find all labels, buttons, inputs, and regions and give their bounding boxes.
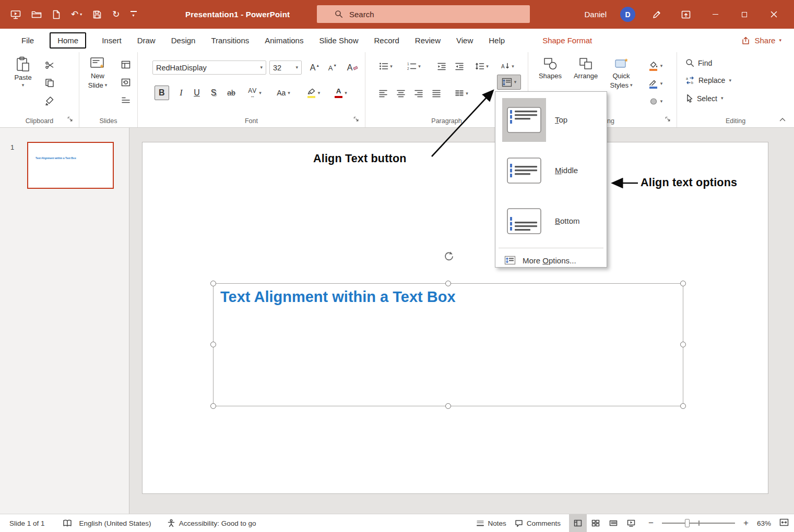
new-file-button[interactable]: [52, 10, 61, 19]
slide-sorter-view-button[interactable]: [587, 514, 605, 532]
spellcheck-status[interactable]: [63, 519, 72, 527]
shape-effects-button[interactable]: ▾: [644, 94, 667, 108]
start-slideshow-button[interactable]: [10, 10, 21, 19]
tab-shape-format[interactable]: Shape Format: [535, 33, 600, 48]
decrease-font-size-button[interactable]: A▼: [325, 61, 340, 75]
font-color-button[interactable]: A ▾: [330, 84, 352, 101]
language-status[interactable]: English (United States): [79, 519, 151, 527]
line-spacing-button[interactable]: ▾: [472, 59, 492, 73]
shape-fill-button[interactable]: ▾: [644, 58, 667, 73]
align-bottom-option[interactable]: Bottom: [495, 196, 607, 246]
customize-qat-button[interactable]: ▾: [131, 11, 137, 18]
save-button[interactable]: [92, 10, 102, 19]
format-painter-button[interactable]: [43, 94, 56, 107]
character-spacing-button[interactable]: AV ↔ ▾: [243, 86, 266, 100]
zoom-out-button[interactable]: −: [648, 518, 654, 528]
tab-view[interactable]: View: [448, 33, 481, 48]
inking-button[interactable]: [649, 7, 665, 22]
tab-design[interactable]: Design: [163, 33, 204, 48]
slideshow-view-button[interactable]: [622, 514, 640, 532]
tab-help[interactable]: Help: [481, 33, 513, 48]
resize-handle-e[interactable]: [680, 342, 686, 347]
align-middle-option[interactable]: Middle: [495, 145, 607, 196]
align-right-button[interactable]: [411, 87, 426, 100]
fit-slide-button[interactable]: [779, 518, 789, 528]
resize-handle-n[interactable]: [445, 281, 451, 286]
slide-indicator[interactable]: Slide 1 of 1: [9, 519, 45, 527]
tab-review[interactable]: Review: [407, 33, 448, 48]
rotate-handle[interactable]: [443, 251, 455, 264]
resize-handle-sw[interactable]: [210, 403, 216, 409]
align-center-button[interactable]: [394, 87, 408, 100]
arrange-button[interactable]: Arrange: [569, 57, 602, 80]
underline-button[interactable]: U: [190, 86, 204, 100]
decrease-indent-button[interactable]: [434, 59, 449, 73]
layout-button[interactable]: [119, 58, 133, 71]
more-options-item[interactable]: More Options...: [495, 250, 607, 271]
open-file-button[interactable]: [31, 10, 42, 19]
tab-home[interactable]: Home: [42, 33, 94, 48]
slide-title-text[interactable]: Text Alignment within a Text Box: [220, 288, 456, 306]
resize-handle-w[interactable]: [210, 342, 216, 347]
tab-animations[interactable]: Animations: [257, 33, 311, 48]
tab-file[interactable]: File: [14, 33, 42, 48]
font-dialog-launcher[interactable]: [353, 114, 359, 124]
quick-styles-button[interactable]: Quick Styles▾: [605, 57, 638, 89]
resize-handle-nw[interactable]: [210, 281, 216, 286]
redo-button[interactable]: ↻: [112, 10, 120, 19]
section-button[interactable]: [119, 94, 133, 106]
text-direction-button[interactable]: A ▾: [497, 59, 518, 73]
zoom-slider-thumb[interactable]: [685, 519, 690, 527]
collapse-ribbon-button[interactable]: [779, 114, 786, 124]
font-name-combo[interactable]: RedHatDisplay▾: [152, 61, 266, 75]
text-shadow-button[interactable]: S: [207, 86, 220, 100]
normal-view-button[interactable]: [569, 514, 587, 532]
zoom-slider[interactable]: [662, 518, 735, 528]
font-size-combo[interactable]: 32▾: [269, 61, 302, 75]
slide-thumbnail[interactable]: Text Alignment within a Text Box: [27, 142, 114, 189]
copy-button[interactable]: [43, 76, 56, 90]
undo-button[interactable]: ↶▾: [71, 10, 82, 19]
maximize-button[interactable]: [737, 7, 752, 22]
numbering-button[interactable]: 12 ▾: [404, 59, 424, 73]
search-box[interactable]: Search: [317, 5, 530, 23]
strikethrough-button[interactable]: ab: [223, 86, 239, 100]
comments-button[interactable]: Comments: [515, 519, 561, 527]
tab-draw[interactable]: Draw: [129, 33, 163, 48]
user-name[interactable]: Daniel: [584, 10, 607, 19]
resize-handle-se[interactable]: [680, 403, 686, 409]
tab-record[interactable]: Record: [366, 33, 407, 48]
close-button[interactable]: [766, 7, 781, 22]
justify-button[interactable]: [429, 87, 444, 100]
bullets-button[interactable]: ▾: [376, 59, 396, 73]
minimize-button[interactable]: [707, 7, 723, 22]
text-highlight-button[interactable]: ▾: [303, 84, 325, 101]
accessibility-status[interactable]: Accessibility: Good to go: [167, 519, 256, 527]
ribbon-display-options-button[interactable]: [678, 7, 694, 22]
resize-handle-s[interactable]: [445, 403, 451, 409]
reset-button[interactable]: [119, 76, 133, 89]
replace-button[interactable]: ab Replace ▾: [685, 76, 731, 84]
reading-view-button[interactable]: [605, 514, 622, 532]
share-button[interactable]: Share ▾: [742, 36, 781, 45]
resize-handle-ne[interactable]: [680, 281, 686, 286]
notes-button[interactable]: Notes: [476, 519, 506, 527]
align-left-button[interactable]: [376, 87, 390, 100]
cut-button[interactable]: [43, 58, 56, 72]
slide-canvas[interactable]: Text Alignment within a Text Box: [142, 142, 768, 494]
shape-outline-button[interactable]: ▾: [644, 76, 667, 91]
select-button[interactable]: Select ▾: [685, 94, 723, 103]
clipboard-dialog-launcher[interactable]: [67, 114, 73, 124]
increase-font-size-button[interactable]: A▲: [307, 61, 323, 75]
drawing-dialog-launcher[interactable]: [665, 114, 670, 124]
new-slide-button[interactable]: New Slide▾: [82, 56, 113, 89]
selected-text-box[interactable]: Text Alignment within a Text Box: [213, 283, 683, 406]
clear-formatting-button[interactable]: A: [345, 61, 360, 75]
tab-transitions[interactable]: Transitions: [203, 33, 257, 48]
columns-button[interactable]: ▾: [451, 87, 472, 100]
shapes-button[interactable]: Shapes: [534, 57, 567, 80]
change-case-button[interactable]: Aa ▾: [272, 86, 294, 100]
italic-button[interactable]: I: [174, 86, 188, 100]
tab-insert[interactable]: Insert: [94, 33, 129, 48]
find-button[interactable]: Find: [685, 58, 712, 67]
